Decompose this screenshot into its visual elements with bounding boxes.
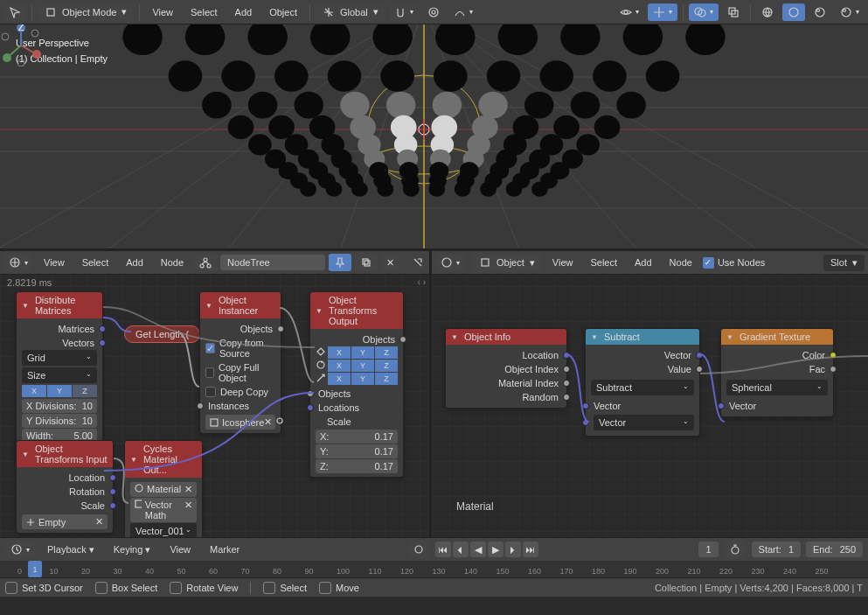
play[interactable]: ▶ — [488, 542, 503, 557]
menu-view[interactable]: View — [545, 255, 580, 270]
proportional-edit[interactable] — [422, 3, 445, 21]
node-get-length[interactable]: Get Length ( — [124, 325, 200, 343]
keying-menu[interactable]: Keying ▾ — [107, 542, 158, 558]
orientation-dropdown[interactable]: Global▾ — [316, 3, 385, 21]
svg-point-74 — [228, 115, 254, 139]
nav-gizmo[interactable]: Z — [0, 24, 42, 66]
node-distribute-matrices[interactable]: ▼Distribute Matrices Matrices Vectors Gr… — [16, 291, 103, 462]
playback-menu[interactable]: Playback ▾ — [40, 542, 101, 558]
start-frame[interactable]: Start:1 — [752, 542, 801, 557]
node-transforms-input[interactable]: ▼Object Transforms Input Location Rotati… — [16, 440, 114, 534]
svg-point-52 — [623, 24, 663, 55]
timeline-type[interactable]: ▾ — [5, 541, 35, 558]
3d-viewport[interactable]: User Perspective (1) Collection | Empty … — [0, 24, 868, 248]
svg-point-155 — [442, 258, 451, 267]
pin-toggle[interactable] — [329, 254, 351, 271]
deep-copy-check[interactable] — [205, 387, 216, 397]
menu-select[interactable]: Select — [184, 4, 225, 20]
editor-type-dropdown[interactable]: ▾ — [435, 254, 465, 271]
cursor-tool-icon[interactable] — [3, 3, 26, 21]
tree-selector[interactable] — [194, 254, 217, 271]
menu-add[interactable]: Add — [228, 4, 260, 20]
svg-point-159 — [732, 547, 739, 554]
xdiv-field[interactable]: X Divisions:10 — [22, 399, 97, 413]
animation-nodes-editor[interactable]: ▾ View Select Add Node NodeTree ✕ 2.8219… — [0, 251, 432, 537]
scale-z[interactable]: Z:0.17 — [316, 459, 398, 473]
scale-y[interactable]: Y:0.17 — [316, 444, 398, 458]
editor-type-dropdown[interactable]: ▾ — [3, 254, 33, 271]
clock-icon — [10, 543, 23, 556]
shader-header: ▾ Object▾ View Select Add Node ✓ Use Nod… — [432, 251, 868, 275]
menu-node[interactable]: Node — [154, 255, 191, 270]
overlay-toggle[interactable]: ▾ — [689, 3, 719, 21]
node-transforms-output[interactable]: ▼Object Transforms Output Objects XYZ XY… — [309, 291, 404, 478]
dist-size-dropdown[interactable]: Size⌄ — [22, 367, 97, 383]
axis-z[interactable]: Z — [73, 385, 97, 397]
ydiv-field[interactable]: Y Divisions:10 — [22, 414, 97, 428]
menu-select[interactable]: Select — [75, 255, 116, 270]
copy-source-check[interactable]: ✓ — [205, 343, 215, 353]
menu-add[interactable]: Add — [628, 255, 659, 270]
menu-select[interactable]: Select — [583, 255, 624, 270]
keyframe-prev[interactable]: ⏴ — [453, 542, 469, 557]
menu-node[interactable]: Node — [663, 255, 699, 270]
dup-nodetree[interactable] — [355, 254, 378, 271]
scale-x[interactable]: X:0.17 — [316, 430, 398, 444]
svg-rect-149 — [365, 261, 370, 266]
shader-editor[interactable]: ▾ Object▾ View Select Add Node ✓ Use Nod… — [432, 251, 868, 537]
proportional-falloff[interactable]: ▾ — [448, 3, 478, 21]
an-action-1[interactable] — [406, 254, 429, 271]
keyframe-next[interactable]: ⏵ — [505, 542, 521, 557]
render-icon — [840, 6, 852, 18]
magnet-icon — [394, 6, 406, 18]
tree-name-field[interactable]: NodeTree — [220, 255, 325, 270]
instancer-object[interactable]: Icosphere✕ — [205, 415, 275, 430]
dist-type-dropdown[interactable]: Grid⌄ — [22, 350, 97, 366]
shading-rendered[interactable]: ▾ — [835, 3, 865, 21]
snap-toggle[interactable]: ▾ — [389, 3, 419, 21]
marker-menu[interactable]: Marker — [203, 542, 247, 557]
math-op-dropdown[interactable]: Subtract⌄ — [591, 380, 694, 395]
copy-full-check[interactable] — [205, 367, 214, 378]
svg-point-132 — [506, 182, 523, 197]
node-gradient-texture[interactable]: ▼Gradient Texture Color Fac Spherical⌄ V… — [720, 328, 834, 417]
jump-end[interactable]: ⏭ — [523, 542, 538, 557]
axis-x[interactable]: X — [22, 385, 46, 397]
svg-point-44 — [122, 24, 163, 55]
slot-dropdown[interactable]: Slot▾ — [823, 255, 865, 271]
shading-wireframe[interactable] — [756, 3, 779, 21]
shading-matprev[interactable] — [809, 3, 831, 21]
unlink-nodetree[interactable]: ✕ — [381, 255, 399, 271]
play-reverse[interactable]: ◀ — [470, 542, 486, 557]
lock-range[interactable] — [724, 541, 746, 558]
shader-icon — [441, 256, 453, 269]
svg-point-70 — [478, 92, 508, 119]
mouse-mid-icon — [170, 582, 182, 594]
timeline-ruler[interactable]: 1 01020304050607080901001101201301401501… — [0, 561, 868, 577]
jump-start[interactable]: ⏮ — [435, 542, 451, 557]
gizmo-toggle[interactable]: ▾ — [648, 3, 677, 21]
visibility-dropdown[interactable]: ▾ — [615, 3, 644, 21]
node-cycles-material[interactable]: ▼Cycles Material Out... Material✕ Vector… — [124, 440, 203, 537]
node-object-info[interactable]: ▼Object Info Location Object Index Mater… — [445, 328, 567, 409]
mode-dropdown[interactable]: Object Mode▾ — [38, 3, 134, 21]
playhead[interactable]: 1 — [28, 561, 42, 577]
node-object-instancer[interactable]: ▼Object Instancer Objects ✓Copy from Sou… — [199, 291, 281, 434]
gradient-type-dropdown[interactable]: Spherical⌄ — [726, 380, 828, 395]
shading-solid[interactable] — [782, 3, 805, 21]
transin-object[interactable]: Empty✕ — [22, 514, 108, 529]
tl-view-menu[interactable]: View — [163, 542, 198, 557]
menu-view[interactable]: View — [37, 255, 72, 270]
xray-toggle[interactable] — [722, 3, 745, 21]
end-frame[interactable]: End:250 — [806, 542, 863, 557]
menu-add[interactable]: Add — [119, 255, 150, 270]
menu-object[interactable]: Object — [262, 4, 304, 20]
axis-y[interactable]: Y — [47, 385, 72, 397]
autokey-toggle[interactable] — [407, 541, 430, 558]
use-nodes-check[interactable]: ✓ — [703, 257, 714, 269]
node-subtract[interactable]: ▼Subtract Vector Value Subtract⌄ Vector … — [585, 328, 700, 437]
shader-context[interactable]: Object▾ — [472, 254, 542, 271]
svg-rect-154 — [135, 500, 142, 507]
menu-view[interactable]: View — [145, 4, 180, 20]
current-frame[interactable]: 1 — [698, 542, 718, 557]
